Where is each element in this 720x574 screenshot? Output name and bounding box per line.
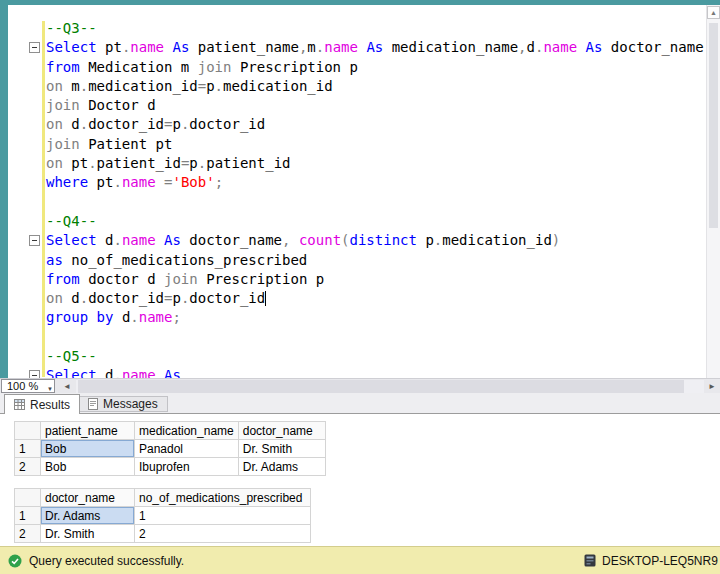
grid-corner-cell[interactable] <box>15 422 41 440</box>
editor-vertical-scrollbar[interactable]: ▲ <box>706 5 720 378</box>
grid-column-header[interactable]: doctor_name <box>41 489 135 507</box>
status-left: Query executed successfully. <box>0 554 184 568</box>
code-line[interactable]: where pt.name ='Bob'; <box>46 173 704 192</box>
results-grid-table: doctor_nameno_of_medications_prescribed1… <box>14 488 311 543</box>
success-check-icon <box>8 554 22 568</box>
grid-corner-cell[interactable] <box>15 489 41 507</box>
ssms-window: --Q3--Select pt.name As patient_name,m.n… <box>0 0 720 574</box>
sql-editor[interactable]: --Q3--Select pt.name As patient_name,m.n… <box>8 5 706 378</box>
results-grid: patient_namemedication_namedoctor_name1B… <box>14 421 326 476</box>
scroll-right-icon[interactable]: ► <box>705 380 719 393</box>
code-line[interactable]: --Q3-- <box>46 19 704 38</box>
fold-collapse-icon[interactable] <box>29 235 40 246</box>
code-lines: --Q3--Select pt.name As patient_name,m.n… <box>46 19 704 378</box>
results-grid: doctor_nameno_of_medications_prescribed1… <box>14 488 311 543</box>
grid-cell[interactable]: Dr. Smith <box>41 525 135 543</box>
grid-cell[interactable]: Ibuprofen <box>135 458 239 476</box>
server-icon <box>584 554 596 567</box>
server-name: DESKTOP-LEQ5NR9 (16 <box>602 554 720 568</box>
grid-cell[interactable]: 1 <box>135 507 311 525</box>
table-row: 2Dr. Smith2 <box>15 525 311 543</box>
code-line[interactable]: group by d.name; <box>46 308 704 327</box>
grid-cell[interactable]: Dr. Smith <box>238 440 325 458</box>
grid-row-number[interactable]: 1 <box>15 440 41 458</box>
table-row: 1Dr. Adams1 <box>15 507 311 525</box>
code-line[interactable]: on m.medication_id=p.medication_id <box>46 77 704 96</box>
table-row: 1BobPanadolDr. Smith <box>15 440 326 458</box>
results-grid-icon <box>14 399 25 410</box>
status-message: Query executed successfully. <box>29 554 184 568</box>
code-line[interactable] <box>46 193 704 212</box>
code-line[interactable]: Select d.name As doctor_name, count(dist… <box>46 231 704 250</box>
results-tab-strip: Results Messages <box>0 393 720 413</box>
editor-horizontal-scrollbar[interactable] <box>76 380 704 393</box>
grid-column-header[interactable]: no_of_medications_prescribed <box>135 489 311 507</box>
grid-cell[interactable]: Dr. Adams <box>238 458 325 476</box>
server-info: DESKTOP-LEQ5NR9 (16 <box>584 554 720 568</box>
code-line[interactable]: Select pt.name As patient_name,m.name As… <box>46 38 704 57</box>
zoom-level-select[interactable]: 100 % ▼ <box>1 379 55 393</box>
code-line[interactable]: from Medication m join Prescription p <box>46 58 704 77</box>
fold-collapse-icon[interactable] <box>29 42 40 53</box>
code-line[interactable]: from doctor d join Prescription p <box>46 270 704 289</box>
tab-results[interactable]: Results <box>4 394 80 414</box>
tab-results-label: Results <box>30 398 70 412</box>
results-pane: patient_namemedication_namedoctor_name1B… <box>0 413 720 546</box>
code-line[interactable]: join Patient pt <box>46 135 704 154</box>
table-row: 2BobIbuprofenDr. Adams <box>15 458 326 476</box>
vertical-scroll-thumb[interactable] <box>709 23 718 228</box>
grid-row-number[interactable]: 1 <box>15 507 41 525</box>
status-bar: Query executed successfully. DESKTOP-LEQ… <box>0 546 720 574</box>
messages-icon <box>88 398 98 410</box>
grid-row-number[interactable]: 2 <box>15 525 41 543</box>
text-cursor <box>265 291 266 306</box>
code-line[interactable] <box>46 328 704 347</box>
fold-collapse-icon[interactable] <box>29 370 40 378</box>
grid-cell[interactable]: Panadol <box>135 440 239 458</box>
grid-cell[interactable]: Bob <box>41 440 135 458</box>
horizontal-scroll-thumb[interactable] <box>78 380 684 393</box>
code-line[interactable]: Select d.name As <box>46 366 704 378</box>
code-line[interactable]: on d.doctor_id=p.doctor_id <box>46 289 704 308</box>
scroll-left-icon[interactable]: ◄ <box>60 380 74 393</box>
scroll-up-icon[interactable]: ▲ <box>707 6 720 19</box>
grid-cell[interactable]: Bob <box>41 458 135 476</box>
grid-cell[interactable]: Dr. Adams <box>41 507 135 525</box>
window-frame-left <box>0 5 8 378</box>
grid-row-number[interactable]: 2 <box>15 458 41 476</box>
code-line[interactable]: --Q5-- <box>46 347 704 366</box>
grid-column-header[interactable]: patient_name <box>41 422 135 440</box>
results-grid-table: patient_namemedication_namedoctor_name1B… <box>14 421 326 476</box>
grid-column-header[interactable]: doctor_name <box>238 422 325 440</box>
tab-messages[interactable]: Messages <box>78 396 168 412</box>
change-tracking-bar <box>42 21 45 377</box>
code-line[interactable]: join Doctor d <box>46 96 704 115</box>
code-line[interactable]: on pt.patient_id=p.patient_id <box>46 154 704 173</box>
tab-messages-label: Messages <box>103 397 158 411</box>
code-line[interactable]: on d.doctor_id=p.doctor_id <box>46 115 704 134</box>
editor-bottom-bar: 100 % ▼ ◄ ► <box>0 378 720 393</box>
grid-column-header[interactable]: medication_name <box>135 422 239 440</box>
code-line[interactable]: --Q4-- <box>46 212 704 231</box>
zoom-level-value: 100 % <box>7 380 38 392</box>
code-line[interactable]: as no_of_medications_prescribed <box>46 251 704 270</box>
grid-cell[interactable]: 2 <box>135 525 311 543</box>
